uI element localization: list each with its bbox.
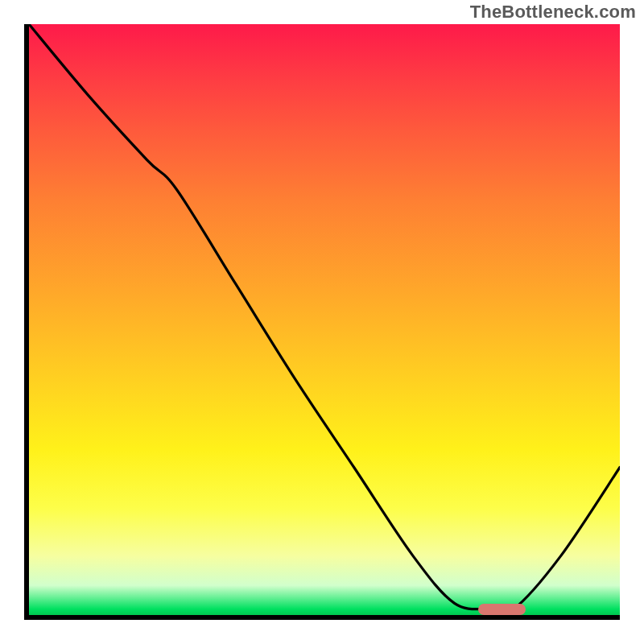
- chart-plot-area: [24, 24, 620, 620]
- curve-path: [29, 24, 620, 613]
- optimal-range-marker: [478, 604, 526, 615]
- watermark-text: TheBottleneck.com: [470, 2, 636, 23]
- bottleneck-curve: [29, 24, 620, 615]
